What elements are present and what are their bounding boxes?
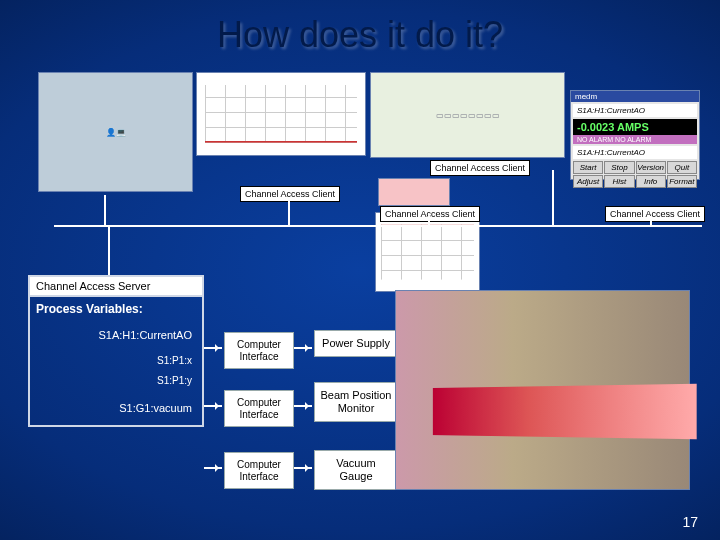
- computer-interface-box: Computer Interface: [224, 452, 294, 489]
- client-label: Channel Access Client: [240, 186, 340, 202]
- device-box-vacuum-gauge: Vacuum Gauge: [314, 450, 398, 490]
- strip-chart-image: [196, 72, 366, 156]
- slide-title: How does it do it?: [0, 14, 720, 56]
- arrow-icon: [294, 405, 312, 407]
- pv-item: S1:P1:y: [30, 370, 202, 392]
- medm-title-bar: medm: [571, 91, 699, 102]
- pv-item: S1:P1:x: [30, 352, 202, 370]
- operator-photo: 👤💻: [38, 72, 193, 192]
- pv-item: S1A:H1:CurrentAO: [30, 319, 202, 352]
- medm-button[interactable]: Start: [573, 161, 603, 174]
- bus-stub: [288, 198, 290, 225]
- medm-button[interactable]: Info: [636, 175, 666, 188]
- network-bus-line: [54, 225, 702, 227]
- bus-stub: [108, 225, 110, 275]
- medm-button[interactable]: Stop: [604, 161, 634, 174]
- client-label: Channel Access Client: [380, 206, 480, 222]
- page-number: 17: [682, 514, 698, 530]
- medm-button[interactable]: Hist: [604, 175, 634, 188]
- medm-alarm-status: NO ALARM NO ALARM: [573, 135, 697, 144]
- computer-interface-box: Computer Interface: [224, 332, 294, 369]
- server-title: Channel Access Server: [30, 277, 202, 297]
- client-label: Channel Access Client: [605, 206, 705, 222]
- arrow-icon: [204, 347, 222, 349]
- computer-interface-box: Computer Interface: [224, 390, 294, 427]
- medm-pv-name: S1A:H1:CurrentAO: [573, 104, 697, 117]
- medm-button-grid: Start Stop Version Quit Adjust Hist Info…: [573, 161, 697, 188]
- medm-button[interactable]: Format: [667, 175, 697, 188]
- pv-item: S1:G1:vacuum: [30, 392, 202, 425]
- arrow-icon: [294, 467, 312, 469]
- medm-adjust-panel: medm S1A:H1:CurrentAO -0.0023 AMPS NO AL…: [570, 90, 700, 180]
- arrow-icon: [294, 347, 312, 349]
- slide: How does it do it? 👤💻 ▭▭▭▭▭▭▭▭ medm S1A:…: [0, 0, 720, 540]
- beamline-photo: [395, 290, 690, 490]
- arrow-icon: [204, 467, 222, 469]
- medm-button[interactable]: Quit: [667, 161, 697, 174]
- medm-value-readout: -0.0023 AMPS: [573, 119, 697, 135]
- medm-button[interactable]: Version: [636, 161, 666, 174]
- device-box-power-supply: Power Supply: [314, 330, 398, 357]
- device-box-bpm: Beam Position Monitor: [314, 382, 398, 422]
- channel-access-server-box: Channel Access Server Process Variables:…: [28, 275, 204, 427]
- synoptic-panel-image: ▭▭▭▭▭▭▭▭: [370, 72, 565, 158]
- medm-pv-name-2: S1A:H1:CurrentAO: [573, 146, 697, 159]
- process-variables-header: Process Variables:: [30, 297, 202, 319]
- mini-panel-image: [378, 178, 450, 206]
- medm-button[interactable]: Adjust: [573, 175, 603, 188]
- bus-stub: [650, 216, 652, 225]
- client-label: Channel Access Client: [430, 160, 530, 176]
- bus-stub: [428, 216, 430, 225]
- bus-stub: [104, 195, 106, 225]
- bus-stub: [552, 170, 554, 225]
- arrow-icon: [204, 405, 222, 407]
